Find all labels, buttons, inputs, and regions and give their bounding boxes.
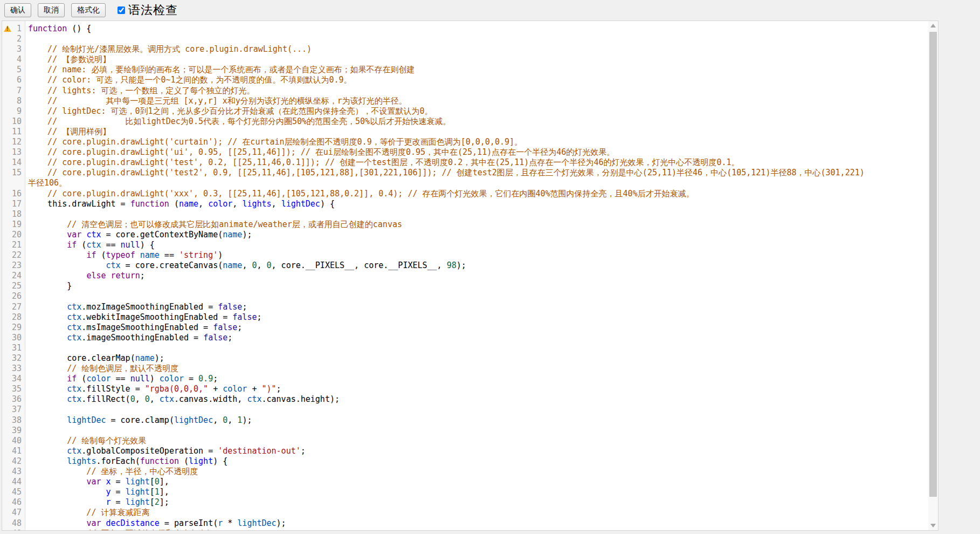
code-line[interactable]: 7 // lights: 可选，一个数组，定义了每个独立的灯光。 bbox=[2, 86, 928, 96]
code-line-content[interactable]: else return; bbox=[25, 271, 145, 281]
code-line[interactable]: 20 var ctx = core.getContextByName(name)… bbox=[2, 230, 928, 240]
code-line[interactable]: 2 bbox=[2, 34, 928, 44]
code-line[interactable]: 28 ctx.webkitImageSmoothingEnabled = fal… bbox=[2, 312, 928, 323]
code-line-content[interactable]: ctx.fillRect(0, 0, ctx.canvas.width, ctx… bbox=[25, 394, 340, 405]
code-line-content[interactable] bbox=[25, 34, 28, 44]
code-line[interactable]: 9 // lightDec: 可选，0到1之间，光从多少百分比才开始衰减（在此范… bbox=[2, 106, 928, 117]
code-line[interactable]: 3 // 绘制灯光/漆黑层效果。调用方式 core.plugin.drawLig… bbox=[2, 44, 928, 54]
code-line-content[interactable]: ctx.imageSmoothingEnabled = false; bbox=[25, 333, 232, 343]
code-line-content[interactable] bbox=[25, 405, 28, 415]
code-line[interactable]: 49 // 正方形区域的直径和左上角坐标 bbox=[2, 529, 928, 530]
code-line[interactable]: 半径106。 bbox=[2, 178, 928, 188]
code-line-content[interactable]: // core.plugin.drawLight('test', 0.2, [[… bbox=[25, 158, 740, 168]
cancel-button[interactable]: 取消 bbox=[38, 3, 65, 17]
code-line-content[interactable]: // core.plugin.drawLight('ui', 0.95, [[2… bbox=[25, 147, 615, 158]
code-line-content[interactable]: core.clearMap(name); bbox=[25, 353, 164, 364]
code-line[interactable]: 40 // 绘制每个灯光效果 bbox=[2, 436, 928, 446]
code-line-content[interactable]: // 绘制灯光/漆黑层效果。调用方式 core.plugin.drawLight… bbox=[25, 44, 312, 54]
code-line-content[interactable]: var x = light[0], bbox=[25, 477, 169, 487]
code-line[interactable]: 24 else return; bbox=[2, 271, 928, 281]
code-line-content[interactable]: this.drawLight = function (name, color, … bbox=[25, 199, 335, 209]
code-line-content[interactable]: // name: 必填，要绘制到的画布名；可以是一个系统画布，或者是个自定义画布… bbox=[25, 65, 415, 75]
code-line[interactable]: 32 core.clearMap(name); bbox=[2, 353, 928, 364]
code-line-content[interactable]: 半径106。 bbox=[25, 178, 67, 188]
code-line-content[interactable]: ctx.msImageSmoothingEnabled = false; bbox=[25, 323, 242, 333]
code-line-content[interactable]: ctx = core.createCanvas(name, 0, 0, core… bbox=[25, 261, 466, 271]
scrollbar[interactable] bbox=[928, 21, 938, 530]
code-line-content[interactable]: r = light[2]; bbox=[25, 497, 169, 508]
code-line[interactable]: 27 ctx.mozImageSmoothingEnabled = false; bbox=[2, 302, 928, 312]
code-line-content[interactable]: } bbox=[25, 281, 72, 291]
code-line-content[interactable]: // core.plugin.drawLight('curtain'); // … bbox=[25, 137, 522, 147]
code-line[interactable]: 33 // 绘制色调层，默认不透明度 bbox=[2, 364, 928, 374]
code-line[interactable]: 34 if (color == null) color = 0.9; bbox=[2, 374, 928, 384]
code-line-content[interactable] bbox=[25, 291, 28, 302]
code-line[interactable]: 16 // core.plugin.drawLight('xxx', 0.3, … bbox=[2, 189, 928, 199]
confirm-button[interactable]: 确认 bbox=[4, 3, 31, 17]
code-line[interactable]: 11 // 【调用样例】 bbox=[2, 127, 928, 137]
code-line[interactable]: 6 // color: 可选，只能是一个0~1之间的数，为不透明度的值。不填则默… bbox=[2, 75, 928, 85]
code-line-content[interactable]: // lights: 可选，一个数组，定义了每个独立的灯光。 bbox=[25, 86, 254, 96]
code-line[interactable]: 41 ctx.globalCompositeOperation = 'desti… bbox=[2, 446, 928, 456]
code-line[interactable]: 5 // name: 必填，要绘制到的画布名；可以是一个系统画布，或者是个自定义… bbox=[2, 65, 928, 75]
code-line-content[interactable]: if (ctx == null) { bbox=[25, 240, 155, 250]
format-button[interactable]: 格式化 bbox=[71, 3, 106, 17]
code-line[interactable]: 22 if (typeof name == 'string') bbox=[2, 250, 928, 261]
code-line[interactable]: 36 ctx.fillRect(0, 0, ctx.canvas.width, … bbox=[2, 394, 928, 405]
code-line-content[interactable]: // lightDec: 可选，0到1之间，光从多少百分比才开始衰减（在此范围内… bbox=[25, 106, 433, 117]
code-line[interactable]: 42 lights.forEach(function (light) { bbox=[2, 456, 928, 467]
code-line-content[interactable]: // 清空色调层；也可以修改成其它层比如animate/weather层，或者用… bbox=[25, 220, 402, 230]
code-line-content[interactable]: // 【调用样例】 bbox=[25, 127, 111, 137]
code-line-content[interactable]: ctx.webkitImageSmoothingEnabled = false; bbox=[25, 312, 262, 323]
code-line[interactable]: 8 // 其中每一项是三元组 [x,y,r] x和y分别为该灯光的横纵坐标，r为… bbox=[2, 96, 928, 106]
code-line[interactable]: 48 var decDistance = parseInt(r * lightD… bbox=[2, 518, 928, 529]
code-line[interactable]: 14 // core.plugin.drawLight('test', 0.2,… bbox=[2, 158, 928, 168]
scrollbar-down-arrow-icon[interactable] bbox=[928, 521, 938, 530]
code-line-content[interactable] bbox=[25, 343, 28, 353]
code-line-content[interactable]: ctx.globalCompositeOperation = 'destinat… bbox=[25, 446, 306, 456]
code-line-content[interactable]: var decDistance = parseInt(r * lightDec)… bbox=[25, 518, 286, 529]
scrollbar-up-arrow-icon[interactable] bbox=[928, 21, 938, 30]
code-line[interactable]: 12 // core.plugin.drawLight('curtain'); … bbox=[2, 137, 928, 147]
code-line[interactable]: 30 ctx.imageSmoothingEnabled = false; bbox=[2, 333, 928, 343]
code-line[interactable]: 19 // 清空色调层；也可以修改成其它层比如animate/weather层，… bbox=[2, 220, 928, 230]
code-line[interactable]: 18 bbox=[2, 209, 928, 220]
code-line[interactable]: 43 // 坐标，半径，中心不透明度 bbox=[2, 467, 928, 477]
code-lines[interactable]: 1function () {23 // 绘制灯光/漆黑层效果。调用方式 core… bbox=[2, 24, 928, 530]
code-line-content[interactable]: lightDec = core.clamp(lightDec, 0, 1); bbox=[25, 415, 252, 426]
code-line-content[interactable]: // 计算衰减距离 bbox=[25, 508, 149, 518]
code-line[interactable]: 31 bbox=[2, 343, 928, 353]
code-line-content[interactable] bbox=[25, 426, 28, 436]
code-line[interactable]: 15 // core.plugin.drawLight('test2', 0.9… bbox=[2, 168, 928, 178]
code-line[interactable]: 45 y = light[1], bbox=[2, 487, 928, 497]
code-line[interactable]: 46 r = light[2]; bbox=[2, 497, 928, 508]
code-line-content[interactable]: // 绘制每个灯光效果 bbox=[25, 436, 146, 446]
code-line[interactable]: 44 var x = light[0], bbox=[2, 477, 928, 487]
code-line-content[interactable]: function () { bbox=[25, 24, 91, 34]
code-line[interactable]: 4 // 【参数说明】 bbox=[2, 54, 928, 65]
code-line-content[interactable]: // core.plugin.drawLight('test2', 0.9, [… bbox=[25, 168, 865, 178]
code-line[interactable]: 21 if (ctx == null) { bbox=[2, 240, 928, 250]
code-line-content[interactable]: if (color == null) color = 0.9; bbox=[25, 374, 218, 384]
code-line-content[interactable]: ctx.fillStyle = "rgba(0,0,0," + color + … bbox=[25, 384, 281, 394]
code-line-content[interactable]: // 其中每一项是三元组 [x,y,r] x和y分别为该灯光的横纵坐标，r为该灯… bbox=[25, 96, 407, 106]
code-line[interactable]: 1function () { bbox=[2, 24, 928, 34]
code-line-content[interactable]: y = light[1], bbox=[25, 487, 169, 497]
code-line-content[interactable]: // 绘制色调层，默认不透明度 bbox=[25, 364, 178, 374]
code-line-content[interactable]: if (typeof name == 'string') bbox=[25, 250, 223, 261]
code-line-content[interactable]: // 比如lightDec为0.5代表，每个灯光部分内圈50%的范围全亮，50%… bbox=[25, 117, 451, 127]
code-line[interactable]: 37 bbox=[2, 405, 928, 415]
code-line-content[interactable]: // 【参数说明】 bbox=[25, 54, 111, 65]
code-line-content[interactable]: // 正方形区域的直径和左上角坐标 bbox=[25, 529, 214, 530]
code-line[interactable]: 47 // 计算衰减距离 bbox=[2, 508, 928, 518]
code-line[interactable]: 17 this.drawLight = function (name, colo… bbox=[2, 199, 928, 209]
code-line[interactable]: 26 bbox=[2, 291, 928, 302]
code-line-content[interactable]: // core.plugin.drawLight('xxx', 0.3, [[2… bbox=[25, 189, 694, 199]
code-line[interactable]: 39 bbox=[2, 426, 928, 436]
code-line[interactable]: 38 lightDec = core.clamp(lightDec, 0, 1)… bbox=[2, 415, 928, 426]
code-line[interactable]: 29 ctx.msImageSmoothingEnabled = false; bbox=[2, 323, 928, 333]
code-line-content[interactable] bbox=[25, 209, 28, 220]
code-line[interactable]: 13 // core.plugin.drawLight('ui', 0.95, … bbox=[2, 147, 928, 158]
code-line-content[interactable]: var ctx = core.getContextByName(name); bbox=[25, 230, 252, 240]
code-line-content[interactable]: // 坐标，半径，中心不透明度 bbox=[25, 467, 198, 477]
